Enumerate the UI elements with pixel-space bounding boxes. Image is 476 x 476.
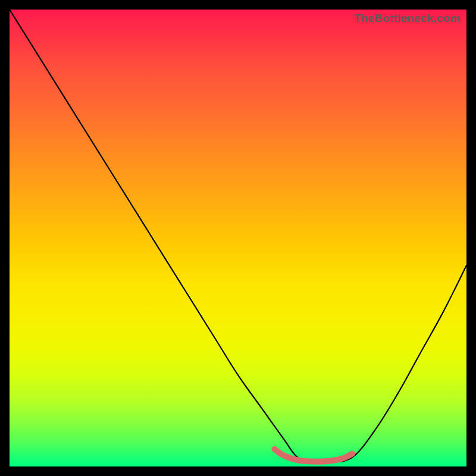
bottleneck-curve-path bbox=[10, 10, 466, 462]
chart-container: TheBottleneck.com bbox=[0, 0, 476, 476]
plot-area: TheBottleneck.com bbox=[10, 10, 466, 466]
optimal-marker-path bbox=[274, 449, 352, 462]
chart-svg bbox=[10, 10, 466, 466]
